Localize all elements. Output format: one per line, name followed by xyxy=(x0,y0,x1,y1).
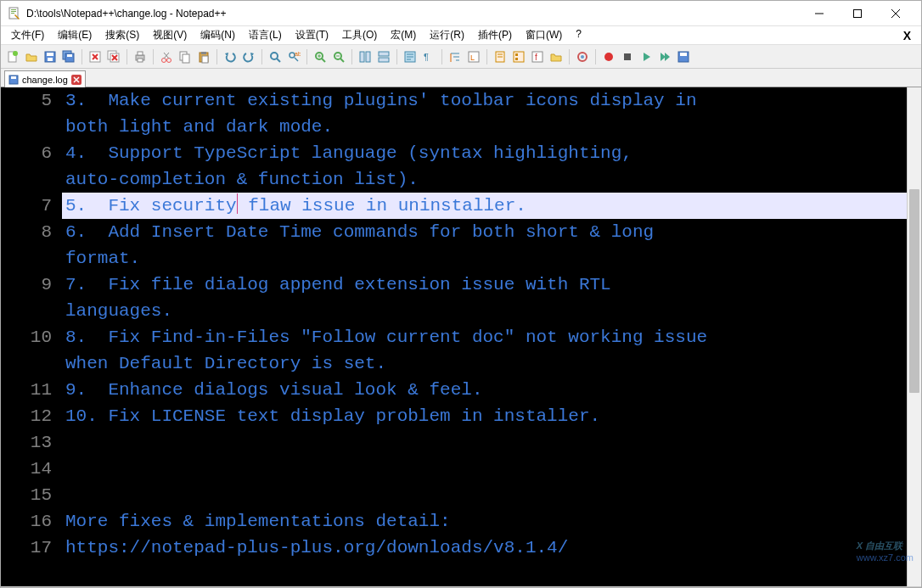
svg-rect-25 xyxy=(138,59,143,62)
code-line[interactable]: 6. Add Insert Date Time commands for bot… xyxy=(62,219,921,245)
svg-point-26 xyxy=(162,58,166,62)
svg-rect-48 xyxy=(379,52,389,56)
code-line[interactable]: 4. Support TypeScript language (syntax h… xyxy=(62,140,921,166)
sync-v-icon[interactable] xyxy=(357,48,374,65)
tab-label: change.log xyxy=(22,75,68,85)
svg-rect-15 xyxy=(67,54,72,57)
undo-icon[interactable] xyxy=(222,48,239,65)
code-line[interactable] xyxy=(62,482,921,508)
menu-w[interactable]: 窗口(W) xyxy=(519,26,569,44)
code-line[interactable]: 8. Fix Find-in-Files "Follow current doc… xyxy=(62,324,921,350)
close-button[interactable] xyxy=(876,2,914,25)
doc-map-icon[interactable] xyxy=(492,48,509,65)
svg-rect-33 xyxy=(201,52,206,54)
close-all-icon[interactable] xyxy=(105,48,122,65)
redo-icon[interactable] xyxy=(240,48,257,65)
scrollbar-thumb[interactable] xyxy=(909,189,919,393)
menu-s[interactable]: 搜索(S) xyxy=(98,26,146,44)
svg-point-69 xyxy=(581,55,584,59)
svg-text:f: f xyxy=(535,53,537,62)
zoom-out-icon[interactable] xyxy=(330,48,347,65)
svg-rect-73 xyxy=(680,53,687,56)
menu-f[interactable]: 文件(F) xyxy=(4,26,51,44)
print-icon[interactable] xyxy=(132,48,149,65)
menu-v[interactable]: 视图(V) xyxy=(146,26,194,44)
menu-e[interactable]: 编辑(E) xyxy=(51,26,98,44)
show-all-chars-icon[interactable]: ¶ xyxy=(420,48,437,65)
code-line[interactable]: 7. Fix file dialog append extension issu… xyxy=(62,272,921,298)
menu-bar-close-button[interactable]: X xyxy=(897,29,918,42)
code-line[interactable]: 3. Make current existing plugins' toolba… xyxy=(62,87,921,114)
code-line[interactable]: languages. xyxy=(62,298,921,324)
menu-n[interactable]: 编码(N) xyxy=(194,26,242,44)
svg-point-9 xyxy=(13,51,18,56)
wrap-icon[interactable] xyxy=(402,48,419,65)
code-content[interactable]: 3. Make current existing plugins' toolba… xyxy=(62,87,921,586)
line-number-gutter: 567891011121314151617 xyxy=(1,87,62,586)
code-line[interactable]: format. xyxy=(62,245,921,272)
svg-rect-11 xyxy=(47,53,53,56)
window-controls xyxy=(800,2,914,25)
code-line[interactable]: 9. Enhance dialogs visual look & feel. xyxy=(62,377,921,403)
menu-p[interactable]: 插件(P) xyxy=(471,26,519,44)
svg-rect-2 xyxy=(11,11,16,12)
folder-tree-icon[interactable] xyxy=(548,48,565,65)
vertical-scrollbar[interactable] xyxy=(907,87,921,586)
find-icon[interactable] xyxy=(267,48,284,65)
code-line[interactable]: More fixes & implementations detail: xyxy=(62,508,921,535)
svg-line-36 xyxy=(277,59,280,62)
svg-point-35 xyxy=(271,53,278,59)
doc-list-icon[interactable] xyxy=(510,48,527,65)
language-icon[interactable]: L xyxy=(465,48,482,65)
save-macro-icon[interactable] xyxy=(675,48,692,65)
record-macro-icon[interactable] xyxy=(600,48,617,65)
paste-icon[interactable] xyxy=(195,48,212,65)
play-macro-icon[interactable] xyxy=(638,48,655,65)
menu-o[interactable]: 工具(O) xyxy=(335,26,384,44)
function-list-icon[interactable]: f xyxy=(529,48,546,65)
svg-rect-71 xyxy=(624,53,631,60)
indent-guide-icon[interactable] xyxy=(447,48,464,65)
svg-rect-63 xyxy=(514,52,524,62)
svg-rect-12 xyxy=(48,58,53,61)
app-icon xyxy=(8,7,21,20)
new-file-icon[interactable] xyxy=(4,48,21,65)
menu-m[interactable]: 宏(M) xyxy=(384,26,423,44)
open-file-icon[interactable] xyxy=(23,48,40,65)
code-line[interactable] xyxy=(62,429,921,456)
close-file-icon[interactable] xyxy=(87,48,104,65)
code-line[interactable]: 10. Fix LICENSE text display problem in … xyxy=(62,403,921,429)
svg-rect-47 xyxy=(366,52,370,62)
editor-area[interactable]: 567891011121314151617 3. Make current ex… xyxy=(1,87,921,586)
menu-[interactable]: ? xyxy=(569,26,588,44)
menu-t[interactable]: 设置(T) xyxy=(289,26,335,44)
code-line[interactable] xyxy=(62,456,921,482)
save-icon[interactable] xyxy=(42,48,59,65)
save-all-icon[interactable] xyxy=(60,48,77,65)
tab-close-icon[interactable] xyxy=(71,75,82,85)
file-saved-icon xyxy=(8,75,19,85)
code-line[interactable]: auto-completion & function list). xyxy=(62,166,921,193)
sync-h-icon[interactable] xyxy=(375,48,392,65)
tab-change-log[interactable]: change.log xyxy=(4,70,86,87)
svg-rect-65 xyxy=(515,58,518,60)
svg-rect-46 xyxy=(360,52,364,62)
replace-icon[interactable]: ab xyxy=(285,48,302,65)
cut-icon[interactable] xyxy=(158,48,175,65)
play-multi-icon[interactable] xyxy=(656,48,673,65)
zoom-in-icon[interactable] xyxy=(312,48,329,65)
monitor-icon[interactable] xyxy=(574,48,591,65)
menu-l[interactable]: 语言(L) xyxy=(242,26,289,44)
svg-text:ab: ab xyxy=(295,51,301,57)
code-line[interactable]: when Default Directory is set. xyxy=(62,350,921,377)
menu-r[interactable]: 运行(R) xyxy=(423,26,471,44)
code-line[interactable]: 5. Fix security flaw issue in uninstalle… xyxy=(62,193,921,219)
minimize-button[interactable] xyxy=(800,2,838,25)
code-line[interactable]: both light and dark mode. xyxy=(62,114,921,140)
code-line[interactable]: https://notepad-plus-plus.org/downloads/… xyxy=(62,535,921,561)
svg-rect-66 xyxy=(532,52,543,62)
stop-macro-icon[interactable] xyxy=(619,48,636,65)
copy-icon[interactable] xyxy=(177,48,194,65)
svg-text:L: L xyxy=(470,53,475,62)
maximize-button[interactable] xyxy=(838,2,876,25)
